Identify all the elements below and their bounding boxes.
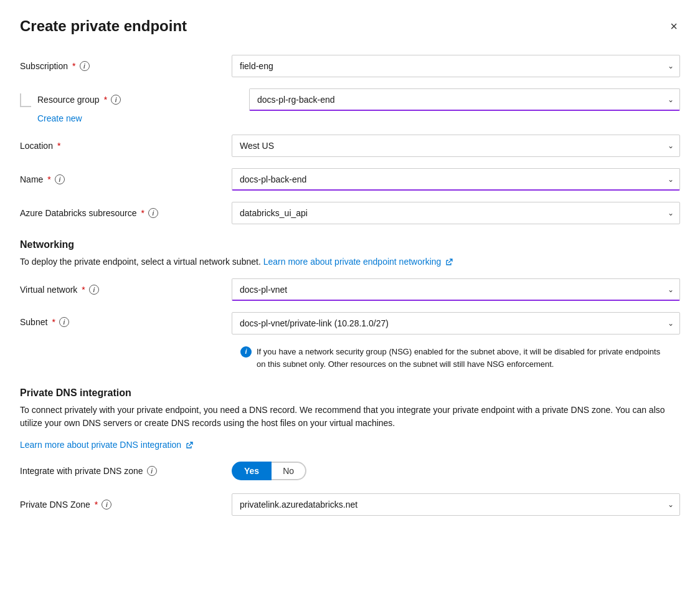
dns-integration-label-col: Integrate with private DNS zone i xyxy=(20,466,232,476)
subnet-label: Subnet xyxy=(20,317,47,327)
resource-group-row: Resource group * i docs-pl-rg-back-end ⌄ xyxy=(37,88,680,111)
virtual-network-field-col: docs-pl-vnet ⌄ xyxy=(232,278,680,301)
resource-group-indent-wrapper: Resource group * i docs-pl-rg-back-end ⌄… xyxy=(20,88,680,132)
dns-zone-field-col: privatelink.azuredatabricks.net ⌄ xyxy=(232,493,680,516)
private-dns-section: Private DNS integration To connect priva… xyxy=(20,387,680,450)
subresource-label: Azure Databricks subresource xyxy=(20,208,137,218)
dns-integration-field-col: Yes No xyxy=(232,462,680,480)
dns-zone-select-wrapper: privatelink.azuredatabricks.net ⌄ xyxy=(232,493,680,516)
virtual-network-label-col: Virtual network * i xyxy=(20,285,232,295)
dns-integration-row: Integrate with private DNS zone i Yes No xyxy=(20,460,680,482)
subresource-row: Azure Databricks subresource * i databri… xyxy=(20,202,680,224)
dns-zone-required: * xyxy=(95,500,98,510)
subnet-required: * xyxy=(52,317,55,327)
subnet-select-wrapper: docs-pl-vnet/private-link (10.28.1.0/27)… xyxy=(232,312,680,334)
dns-zone-select[interactable]: privatelink.azuredatabricks.net xyxy=(232,493,680,516)
resource-group-field-col: docs-pl-rg-back-end ⌄ xyxy=(249,88,680,111)
subresource-select[interactable]: databricks_ui_api xyxy=(232,202,680,224)
name-row: Name * i docs-pl-back-end ⌄ xyxy=(20,168,680,191)
networking-description: To deploy the private endpoint, select a… xyxy=(20,255,680,268)
resource-group-required: * xyxy=(104,95,107,105)
nsg-info-circle-icon: i xyxy=(240,346,252,358)
virtual-network-select-wrapper: docs-pl-vnet ⌄ xyxy=(232,278,680,301)
private-dns-external-link-icon xyxy=(186,442,193,449)
name-required: * xyxy=(47,174,50,184)
subscription-label-col: Subscription * i xyxy=(20,61,232,71)
virtual-network-label: Virtual network xyxy=(20,285,77,295)
name-info-icon[interactable]: i xyxy=(55,174,65,184)
subresource-field-col: databricks_ui_api ⌄ xyxy=(232,202,680,224)
subnet-label-col: Subnet * i xyxy=(20,317,232,327)
subscription-required: * xyxy=(72,61,75,71)
private-dns-description: To connect privately with your private e… xyxy=(20,404,680,430)
resource-group-label-col: Resource group * i xyxy=(37,95,249,105)
resource-group-content: Resource group * i docs-pl-rg-back-end ⌄… xyxy=(37,88,680,132)
resource-group-select[interactable]: docs-pl-rg-back-end xyxy=(249,88,680,111)
subscription-row: Subscription * i field-eng ⌄ xyxy=(20,55,680,77)
create-new-link[interactable]: Create new xyxy=(37,113,680,123)
location-label-col: Location * xyxy=(20,141,232,151)
subnet-field-col: docs-pl-vnet/private-link (10.28.1.0/27)… xyxy=(232,312,680,376)
nsg-info-text: If you have a network security group (NS… xyxy=(257,346,671,370)
location-select-wrapper: West US ⌄ xyxy=(232,135,680,157)
subscription-info-icon[interactable]: i xyxy=(80,61,90,71)
virtual-network-info-icon[interactable]: i xyxy=(89,285,99,295)
private-dns-learn-more-link[interactable]: Learn more about private DNS integration xyxy=(20,440,181,450)
subscription-select-wrapper: field-eng ⌄ xyxy=(232,55,680,77)
subscription-label: Subscription xyxy=(20,61,68,71)
location-row: Location * West US ⌄ xyxy=(20,135,680,157)
subscription-field-col: field-eng ⌄ xyxy=(232,55,680,77)
location-required: * xyxy=(57,141,60,151)
location-select[interactable]: West US xyxy=(232,135,680,157)
resource-group-info-icon[interactable]: i xyxy=(111,95,121,105)
networking-heading: Networking xyxy=(20,239,680,250)
name-field-col: docs-pl-back-end ⌄ xyxy=(232,168,680,191)
virtual-network-required: * xyxy=(82,285,85,295)
virtual-network-row: Virtual network * i docs-pl-vnet ⌄ xyxy=(20,278,680,301)
networking-section: Networking To deploy the private endpoin… xyxy=(20,239,680,268)
subresource-info-icon[interactable]: i xyxy=(148,208,158,218)
private-dns-heading: Private DNS integration xyxy=(20,387,680,399)
virtual-network-select[interactable]: docs-pl-vnet xyxy=(232,278,680,301)
dns-integration-info-icon[interactable]: i xyxy=(147,466,157,476)
resource-group-select-wrapper: docs-pl-rg-back-end ⌄ xyxy=(249,88,680,111)
dialog-header: Create private endpoint × xyxy=(20,17,680,35)
networking-external-link-icon xyxy=(445,259,453,266)
dns-zone-row: Private DNS Zone * i privatelink.azureda… xyxy=(20,493,680,516)
dns-integration-toggle: Yes No xyxy=(232,462,680,480)
location-field-col: West US ⌄ xyxy=(232,135,680,157)
dns-zone-info-icon[interactable]: i xyxy=(102,500,111,510)
name-select[interactable]: docs-pl-back-end xyxy=(232,168,680,191)
subnet-row: Subnet * i docs-pl-vnet/private-link (10… xyxy=(20,312,680,376)
subscription-select[interactable]: field-eng xyxy=(232,55,680,77)
private-dns-description-text: To connect privately with your private e… xyxy=(20,405,665,428)
close-button[interactable]: × xyxy=(668,17,680,35)
dns-zone-label: Private DNS Zone xyxy=(20,500,90,510)
name-label-col: Name * i xyxy=(20,174,232,184)
create-private-endpoint-dialog: Create private endpoint × Subscription *… xyxy=(0,0,700,593)
subresource-select-wrapper: databricks_ui_api ⌄ xyxy=(232,202,680,224)
nsg-info-box: i If you have a network security group (… xyxy=(232,339,680,376)
subresource-required: * xyxy=(141,208,144,218)
subnet-info-icon[interactable]: i xyxy=(59,317,69,327)
networking-description-text: To deploy the private endpoint, select a… xyxy=(20,257,261,267)
name-label: Name xyxy=(20,174,43,184)
dns-zone-label-col: Private DNS Zone * i xyxy=(20,500,232,510)
networking-learn-more-link[interactable]: Learn more about private endpoint networ… xyxy=(263,257,442,267)
resource-group-label: Resource group xyxy=(37,95,100,105)
dns-integration-no-button[interactable]: No xyxy=(272,462,306,480)
dialog-title: Create private endpoint xyxy=(20,17,187,35)
location-label: Location xyxy=(20,141,53,151)
subnet-select[interactable]: docs-pl-vnet/private-link (10.28.1.0/27) xyxy=(232,312,680,334)
resource-group-indent-line xyxy=(20,93,31,107)
subresource-label-col: Azure Databricks subresource * i xyxy=(20,208,232,218)
dns-integration-yes-button[interactable]: Yes xyxy=(232,462,272,480)
dns-integration-label: Integrate with private DNS zone xyxy=(20,466,143,476)
name-select-wrapper: docs-pl-back-end ⌄ xyxy=(232,168,680,191)
